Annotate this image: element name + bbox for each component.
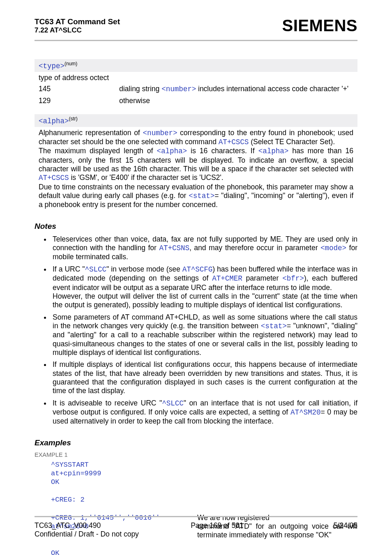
note-2: If a URC "^SLCC" in verbose mode (see AT… bbox=[51, 265, 357, 310]
alpha-sup: (str) bbox=[69, 116, 78, 122]
footer-divider bbox=[35, 516, 357, 517]
type-val-145: dialing string <number> includes interna… bbox=[119, 85, 353, 94]
footer-right: 5/24/05 bbox=[334, 521, 357, 530]
ex-l3: OK bbox=[51, 478, 197, 486]
alpha-tag: <alpha> bbox=[39, 117, 69, 125]
note-3: Some parameters of AT command AT+CHLD, a… bbox=[51, 313, 357, 357]
param-type-body: type of address octect 145 dialing strin… bbox=[35, 72, 357, 105]
notes-title: Notes bbox=[35, 222, 357, 231]
page-header: TC63 AT Command Set 7.22 AT^SLCC SIEMENS bbox=[35, 0, 357, 38]
type-row-129: 129 otherwise bbox=[39, 97, 353, 105]
footer-center: Page 169 of 501 bbox=[191, 521, 243, 530]
type-val-129: otherwise bbox=[119, 97, 353, 105]
note-5: It is adviseable to receive URC "^SLCC" … bbox=[51, 399, 357, 426]
param-type-header: <type>(num) bbox=[35, 59, 357, 72]
note-4: If multiple displays of identical list c… bbox=[51, 360, 357, 395]
ex-l7: OK bbox=[51, 549, 197, 555]
example-1-block: ^SYSSTART at+cpin=9999 OK +CREG: 2 +CREG… bbox=[35, 461, 357, 555]
header-divider bbox=[35, 40, 357, 41]
alpha-p2: The maximum displayed length of <alpha> … bbox=[39, 147, 353, 182]
alpha-p1: Alphanumeric representation of <number> … bbox=[39, 129, 353, 147]
note-1: Teleservices other than voice, data, fax… bbox=[51, 235, 357, 262]
example-1-label: EXAMPLE 1 bbox=[35, 451, 357, 458]
param-alpha-body: Alphanumeric representation of <number> … bbox=[35, 127, 357, 210]
type-key-129: 129 bbox=[39, 97, 119, 105]
type-tag: <type> bbox=[39, 62, 65, 70]
header-left: TC63 AT Command Set 7.22 AT^SLCC bbox=[35, 17, 120, 35]
ex-l2: at+cpin=9999 bbox=[51, 469, 197, 478]
footer-left: TC63_ATC_V00.490 bbox=[35, 521, 101, 530]
page-footer: TC63_ATC_V00.490 Page 169 of 501 5/24/05… bbox=[35, 514, 357, 539]
type-row-145: 145 dialing string <number> includes int… bbox=[39, 85, 353, 94]
brand-logo: SIEMENS bbox=[282, 16, 357, 35]
param-alpha-header: <alpha>(str) bbox=[35, 114, 357, 127]
examples-title: Examples bbox=[35, 438, 357, 447]
type-key-145: 145 bbox=[39, 85, 119, 94]
type-sup: (num) bbox=[65, 61, 77, 67]
alpha-p3: Due to time constraints on the necessary… bbox=[39, 183, 353, 210]
ex-l1: ^SYSSTART bbox=[51, 461, 197, 469]
footer-left2: Confidential / Draft - Do not copy bbox=[35, 530, 357, 539]
ex-l4: +CREG: 2 bbox=[51, 495, 197, 504]
footer-row1: TC63_ATC_V00.490 Page 169 of 501 5/24/05 bbox=[35, 521, 357, 530]
type-desc: type of address octect bbox=[39, 74, 353, 82]
doc-section: 7.22 AT^SLCC bbox=[35, 26, 120, 35]
doc-title: TC63 AT Command Set bbox=[35, 17, 120, 26]
notes-list: Teleservices other than voice, data, fax… bbox=[35, 235, 357, 426]
